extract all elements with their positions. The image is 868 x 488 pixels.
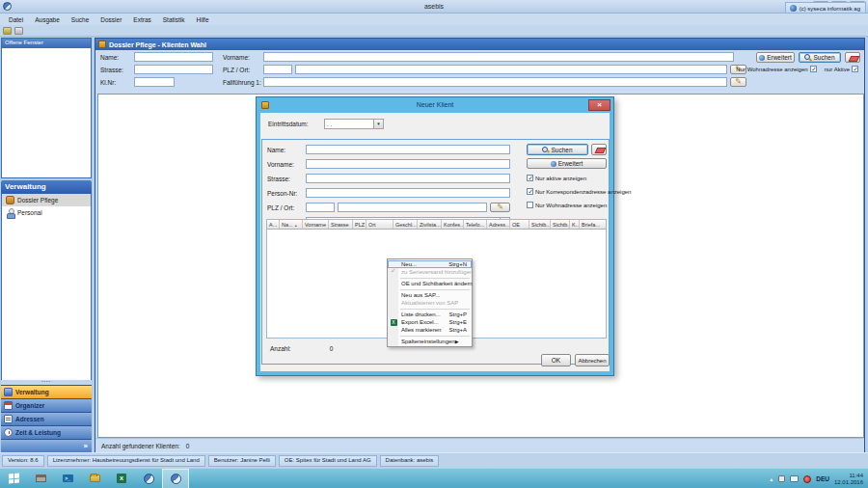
- result-count-label: Anzahl gefundener Klienten:: [101, 443, 180, 449]
- dlg-person-nr-label: Person-Nr:: [267, 190, 297, 197]
- toolbar-back-icon[interactable]: [14, 27, 23, 35]
- klnr-input[interactable]: [134, 77, 175, 87]
- notification-icon[interactable]: [778, 475, 785, 482]
- checkbox-box[interactable]: [852, 66, 858, 72]
- table-column-header[interactable]: PLZ: [353, 220, 366, 229]
- dlg-plz-input[interactable]: [306, 203, 335, 212]
- erweitert-button[interactable]: Erweitert: [756, 52, 795, 63]
- table-column-header[interactable]: Strasse: [329, 220, 353, 229]
- table-column-header[interactable]: K...: [570, 220, 580, 229]
- name-input[interactable]: [134, 52, 213, 62]
- dropdown-arrow-icon[interactable]: ▼: [373, 120, 383, 128]
- taskbar-explorer[interactable]: [81, 469, 108, 488]
- context-menu-item[interactable]: Liste drucken... Strg+P ▶: [388, 311, 472, 318]
- table-column-header[interactable]: Adress...: [487, 220, 510, 229]
- strasse-input[interactable]: [134, 65, 213, 74]
- language-indicator[interactable]: DEU: [816, 475, 829, 482]
- table-column-header[interactable]: Na...: [280, 220, 303, 229]
- context-menu-item[interactable]: OE und Sichtbarkeit ändern ▶: [388, 280, 472, 287]
- tray-expand-icon[interactable]: ▲: [769, 476, 773, 482]
- menu-item[interactable]: Extras: [127, 16, 156, 23]
- dlg-strasse-input[interactable]: [306, 174, 510, 183]
- filter-checkbox[interactable]: Nur aktive anzeigen: [527, 175, 631, 181]
- status-panel: OE: Spitex für Stadt und Land AG: [279, 455, 377, 467]
- menu-item-icon: [389, 318, 398, 326]
- dlg-ort-input[interactable]: [338, 203, 487, 212]
- chevrons-icon[interactable]: »: [84, 442, 88, 450]
- start-button[interactable]: [0, 469, 27, 488]
- context-menu-item[interactable]: zu Serieversand hinzufügen ▶: [388, 268, 472, 276]
- dlg-vorname-input[interactable]: [306, 159, 510, 169]
- dlg-person-nr-input[interactable]: [306, 188, 510, 198]
- nav-item[interactable]: Verwaltung: [1, 385, 92, 398]
- checkbox-box[interactable]: [527, 175, 533, 181]
- filter-checkbox[interactable]: Nur Wohnadresse anzeigen: [736, 66, 816, 72]
- checkbox-box[interactable]: [527, 188, 533, 195]
- taskbar-app-active[interactable]: [162, 469, 189, 488]
- clear-button[interactable]: [845, 52, 860, 63]
- dialog-close-button[interactable]: ×: [588, 99, 610, 111]
- menu-item[interactable]: Statistik: [157, 16, 191, 23]
- table-column-header[interactable]: Telefo...: [464, 220, 487, 229]
- table-column-header[interactable]: Vorname: [303, 220, 329, 229]
- table-column-header[interactable]: Zivilsta...: [418, 220, 442, 229]
- dialog-titlebar[interactable]: Neuer Klient ×: [257, 97, 613, 113]
- checkbox-box[interactable]: [810, 66, 817, 72]
- sidebar-item[interactable]: Personal: [2, 206, 91, 219]
- table-column-header[interactable]: Konfes...: [442, 220, 464, 229]
- sidebar-item[interactable]: Dossier Pflege: [2, 194, 91, 206]
- vorname-input[interactable]: [263, 52, 734, 62]
- status-panel: Datenbank: asebis: [380, 455, 440, 467]
- table-column-header[interactable]: Sichtb...: [529, 220, 551, 229]
- context-menu-item[interactable]: Aktualisieren von SAP ▶: [388, 299, 472, 307]
- menu-item[interactable]: Datei: [3, 16, 29, 23]
- clock[interactable]: 11:44 12.01.2016: [834, 473, 865, 486]
- context-menu-item[interactable]: Spalteneinstellungen ▶: [388, 338, 472, 345]
- table-column-header[interactable]: Ort: [366, 220, 393, 229]
- context-menu-item[interactable]: Neu... Strg+N ▶: [388, 260, 472, 268]
- taskbar-app[interactable]: [135, 469, 162, 488]
- table-column-header[interactable]: OE: [510, 220, 529, 229]
- sidebar-item-label: Personal: [17, 209, 42, 216]
- ort-input[interactable]: [295, 65, 727, 74]
- dialog-filter-checkboxes: Nur aktive anzeigen Nur Korrespondenzadr…: [527, 175, 631, 208]
- fallfuehrung-input[interactable]: [263, 77, 727, 87]
- context-menu-item[interactable]: Neu aus SAP... ▶: [388, 291, 472, 299]
- table-column-header[interactable]: A...: [267, 220, 280, 229]
- table-column-header[interactable]: Briefa...: [580, 220, 606, 229]
- table-column-header[interactable]: Geschl...: [393, 220, 418, 229]
- eintrittsdatum-select[interactable]: . . ▼: [324, 119, 384, 129]
- checkbox-box[interactable]: [527, 202, 533, 208]
- menu-item[interactable]: Ausgabe: [29, 16, 66, 23]
- dlg-clear-button[interactable]: [591, 144, 607, 155]
- dlg-ort-edit-button[interactable]: ✎: [490, 203, 510, 212]
- menu-item[interactable]: Hilfe: [191, 16, 215, 23]
- suchen-button[interactable]: Suchen: [799, 52, 841, 63]
- abbrechen-button[interactable]: Abbrechen: [575, 354, 610, 366]
- sidebar-nav: Verwaltung Organizer Adressen Zeit & Lei…: [1, 385, 92, 439]
- filter-checkbox[interactable]: Nur Korrespondenzadresse anzeigen: [527, 188, 631, 195]
- plz-input[interactable]: [263, 65, 292, 74]
- nav-item[interactable]: Adressen: [1, 412, 92, 425]
- menu-item[interactable]: Dossier: [95, 16, 127, 23]
- nav-item[interactable]: Organizer: [1, 398, 92, 412]
- dlg-suchen-button[interactable]: Suchen: [527, 144, 588, 155]
- toolbar-folder-icon[interactable]: [3, 27, 12, 35]
- tray-app-icon[interactable]: [803, 475, 811, 483]
- filter-checkbox[interactable]: nur Aktive: [825, 66, 858, 72]
- nav-item[interactable]: Zeit & Leistung: [1, 425, 92, 439]
- table-column-header[interactable]: Sichtb...: [551, 220, 570, 229]
- dlg-name-input[interactable]: [306, 145, 510, 154]
- taskbar-powershell[interactable]: >_: [54, 469, 81, 488]
- ok-button[interactable]: OK: [541, 354, 571, 366]
- filter-checkbox[interactable]: Nur Wohnadresse anzeigen: [527, 202, 631, 208]
- dlg-erweitert-button[interactable]: Erweitert: [527, 158, 607, 169]
- context-menu-item[interactable]: Alles markieren Strg+A ▶: [388, 326, 472, 334]
- fallfuehrung-edit-button[interactable]: ✎: [730, 77, 746, 87]
- taskbar-server-manager[interactable]: [27, 469, 54, 488]
- taskbar-excel[interactable]: X: [108, 469, 135, 488]
- menu-item[interactable]: Suche: [66, 16, 95, 23]
- checkbox-label: Nur Wohnadresse anzeigen: [736, 67, 807, 72]
- network-icon[interactable]: [790, 475, 799, 482]
- context-menu-item[interactable]: Export Excel... Strg+E ▶: [388, 318, 472, 326]
